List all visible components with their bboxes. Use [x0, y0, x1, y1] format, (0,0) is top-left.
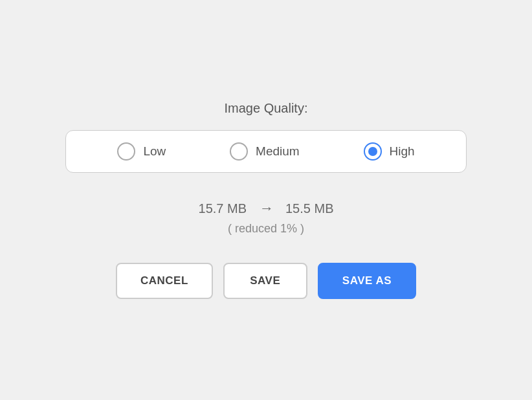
- radio-circle-medium: [230, 142, 248, 161]
- radio-label-high: High: [390, 144, 415, 159]
- save-as-button[interactable]: SAVE AS: [318, 263, 416, 299]
- radio-circle-low: [117, 142, 135, 161]
- size-row: 15.7 MB → 15.5 MB: [199, 200, 334, 217]
- cancel-button[interactable]: CANCEL: [116, 263, 213, 299]
- arrow-icon: →: [260, 200, 272, 217]
- radio-option-low[interactable]: Low: [117, 142, 166, 161]
- button-row: CANCEL SAVE SAVE AS: [116, 263, 416, 299]
- radio-label-medium: Medium: [256, 144, 300, 159]
- dialog-container: Image Quality: Low Medium High 15.7 MB →…: [65, 101, 467, 299]
- save-button[interactable]: SAVE: [223, 263, 307, 299]
- radio-label-low: Low: [143, 144, 166, 159]
- size-before: 15.7 MB: [199, 201, 247, 216]
- radio-option-medium[interactable]: Medium: [230, 142, 300, 161]
- image-quality-label: Image Quality:: [225, 101, 308, 116]
- size-after: 15.5 MB: [285, 201, 333, 216]
- reduction-text: ( reduced 1% ): [228, 222, 304, 236]
- size-info: 15.7 MB → 15.5 MB ( reduced 1% ): [199, 200, 334, 236]
- radio-circle-high: [364, 142, 382, 161]
- radio-option-high[interactable]: High: [364, 142, 415, 161]
- quality-radio-group: Low Medium High: [65, 130, 467, 173]
